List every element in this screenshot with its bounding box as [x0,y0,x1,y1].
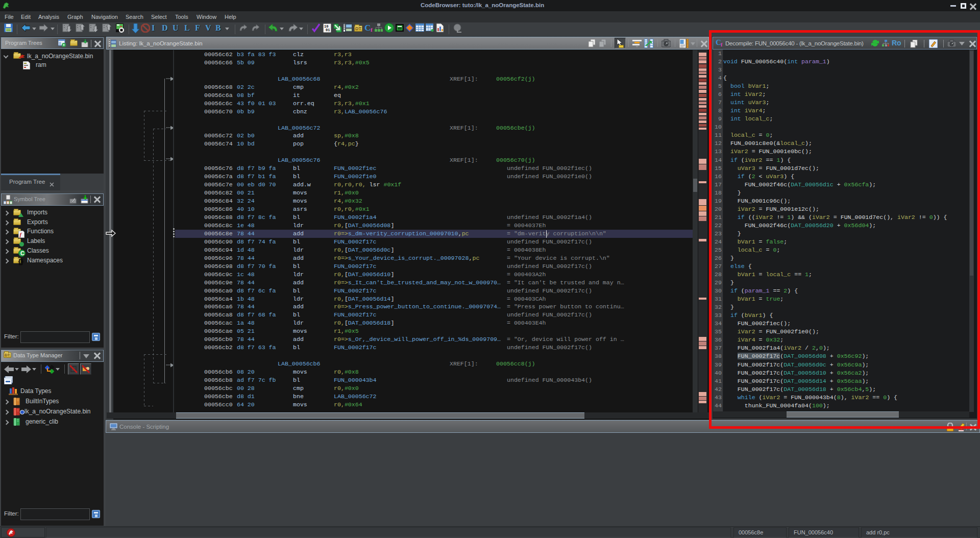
svg-text:01: 01 [326,28,330,32]
